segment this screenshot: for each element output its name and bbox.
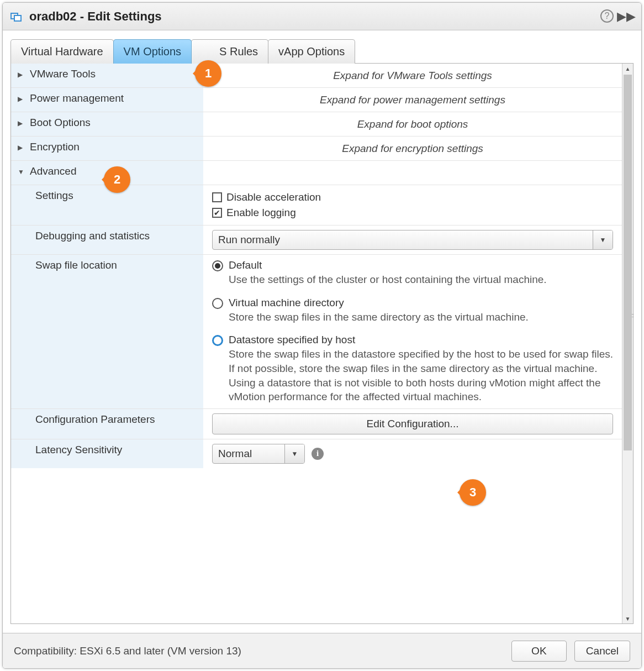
dialog-body: 1 Virtual Hardware VM Options S Rules vA…: [3, 30, 641, 633]
radio-group-swap: Default Use the settings of the cluster …: [212, 259, 613, 404]
label-vmware-tools: VMware Tools: [30, 68, 96, 80]
vm-icon: [10, 11, 22, 22]
row-settings: Settings Disable acceleration ✔ Enable l…: [11, 185, 622, 226]
select-latency[interactable]: Normal ▼: [212, 444, 305, 464]
row-advanced[interactable]: ▼Advanced: [11, 161, 622, 185]
select-latency-value: Normal: [213, 444, 284, 463]
tab-sdrs-rules[interactable]: S Rules: [191, 39, 268, 64]
row-encryption[interactable]: ▶Encryption Expand for encryption settin…: [11, 137, 622, 161]
compatibility-text: Compatibility: ESXi 6.5 and later (VM ve…: [14, 645, 504, 657]
label-settings: Settings: [35, 190, 73, 202]
vertical-scrollbar[interactable]: ▲ :: ▼: [622, 64, 633, 623]
content-scroll: 2 3 ▶VMware Tools Expand for VMware Tool…: [11, 64, 622, 623]
edit-configuration-button[interactable]: Edit Configuration...: [212, 413, 613, 434]
caret-right-icon: ▶: [18, 95, 27, 103]
checkbox-disable-acceleration[interactable]: [212, 192, 222, 202]
svg-rect-1: [14, 15, 21, 21]
radio-desc-host: Store the swap files in the datastore sp…: [229, 347, 613, 404]
label-encryption: Encryption: [30, 141, 80, 153]
tab-vapp-options[interactable]: vApp Options: [268, 39, 355, 64]
scrollbar-thumb[interactable]: [624, 75, 632, 450]
row-power-mgmt[interactable]: ▶Power management Expand for power manag…: [11, 88, 622, 112]
caret-down-icon: ▼: [18, 168, 27, 176]
radio-swap-default[interactable]: [212, 260, 223, 271]
tab-virtual-hardware[interactable]: Virtual Hardware: [10, 39, 114, 64]
row-vmware-tools[interactable]: ▶VMware Tools Expand for VMware Tools se…: [11, 64, 622, 88]
select-debugging[interactable]: Run normally ▼: [212, 230, 613, 250]
expand-icon[interactable]: ▶▶: [617, 9, 636, 24]
label-debugging: Debugging and statistics: [35, 230, 150, 242]
edit-settings-dialog: oradb02 - Edit Settings ? ▶▶ 1 Virtual H…: [2, 2, 642, 669]
label-boot-options: Boot Options: [30, 117, 91, 129]
ok-button[interactable]: OK: [511, 641, 567, 662]
content-area: 2 3 ▶VMware Tools Expand for VMware Tool…: [10, 64, 634, 624]
hint-boot-options: Expand for boot options: [203, 112, 622, 136]
chevron-down-icon: ▼: [284, 444, 304, 463]
scroll-down-icon[interactable]: ▼: [622, 614, 633, 623]
chevron-down-icon: ▼: [593, 230, 613, 249]
label-latency: Latency Sensitivity: [35, 444, 122, 456]
resize-grip-icon[interactable]: ::: [631, 312, 634, 318]
select-debugging-value: Run normally: [213, 230, 593, 249]
checkbox-enable-logging[interactable]: ✔: [212, 208, 222, 218]
radio-swap-host[interactable]: [212, 335, 223, 346]
label-disable-acceleration: Disable acceleration: [226, 191, 321, 203]
radio-desc-default: Use the settings of the cluster or host …: [229, 272, 547, 287]
caret-right-icon: ▶: [18, 119, 27, 127]
hint-vmware-tools: Expand for VMware Tools settings: [203, 64, 622, 87]
row-debugging: Debugging and statistics Run normally ▼: [11, 226, 622, 255]
label-swap: Swap file location: [35, 259, 117, 271]
caret-right-icon: ▶: [18, 71, 27, 78]
label-enable-logging: Enable logging: [226, 207, 296, 219]
hint-power-mgmt: Expand for power management settings: [203, 88, 622, 112]
radio-title-vmdir: Virtual machine directory: [229, 297, 529, 309]
hint-encryption: Expand for encryption settings: [203, 137, 622, 160]
callout-3: 3: [460, 479, 486, 506]
tab-vm-options[interactable]: VM Options: [113, 39, 192, 64]
radio-title-host: Datastore specified by host: [229, 334, 613, 346]
label-advanced: Advanced: [30, 165, 77, 177]
radio-desc-vmdir: Store the swap files in the same directo…: [229, 310, 529, 324]
dialog-title: oradb02 - Edit Settings: [29, 9, 162, 24]
row-config-params: Configuration Parameters Edit Configurat…: [11, 409, 622, 439]
dialog-footer: Compatibility: ESXi 6.5 and later (VM ve…: [3, 633, 641, 668]
row-boot-options[interactable]: ▶Boot Options Expand for boot options: [11, 112, 622, 137]
cancel-button[interactable]: Cancel: [574, 641, 630, 662]
label-power-mgmt: Power management: [30, 92, 124, 104]
label-config-params: Configuration Parameters: [35, 413, 155, 426]
help-icon[interactable]: ?: [600, 9, 614, 23]
titlebar: oradb02 - Edit Settings ? ▶▶: [3, 3, 641, 30]
radio-title-default: Default: [229, 259, 547, 271]
caret-right-icon: ▶: [18, 144, 27, 151]
tabs: Virtual Hardware VM Options S Rules vApp…: [10, 39, 634, 64]
scroll-up-icon[interactable]: ▲: [622, 64, 633, 74]
radio-swap-vmdir[interactable]: [212, 298, 223, 309]
row-latency: Latency Sensitivity Normal ▼ i: [11, 439, 622, 468]
row-swap-location: Swap file location Default Use the setti…: [11, 255, 622, 409]
info-icon[interactable]: i: [312, 448, 324, 460]
